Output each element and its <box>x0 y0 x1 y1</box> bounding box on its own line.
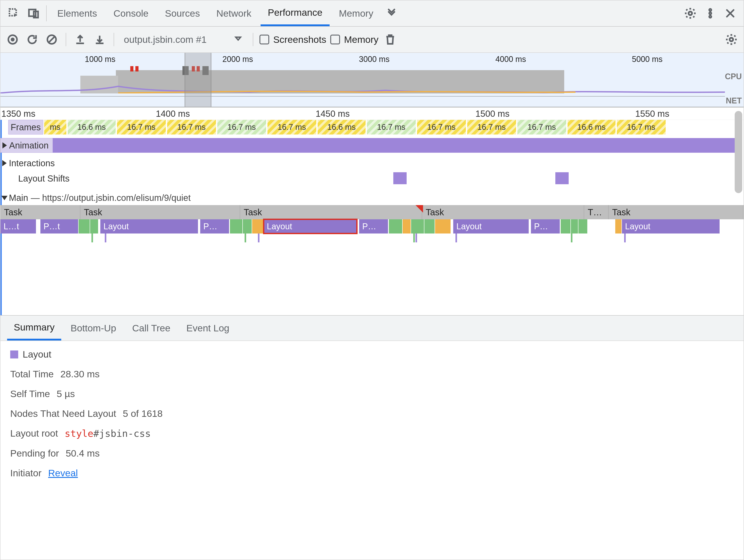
inspect-element-icon[interactable] <box>5 0 23 26</box>
close-devtools-icon[interactable] <box>721 0 739 26</box>
frames-track[interactable]: Frames ms16.6 ms16.7 ms16.7 ms16.7 ms16.… <box>0 120 744 135</box>
script-block[interactable] <box>79 219 90 233</box>
memory-checkbox[interactable]: Memory <box>330 34 378 45</box>
render-block[interactable] <box>252 219 263 233</box>
detail-ruler[interactable]: 1350 ms 1400 ms 1450 ms 1500 ms 1550 ms <box>0 107 744 120</box>
animation-header[interactable]: Animation <box>0 138 53 153</box>
layout-block[interactable]: L…t <box>0 219 36 233</box>
layout-block[interactable]: Layout <box>453 219 529 233</box>
frame-cell[interactable]: ms <box>44 120 66 135</box>
main-track-header[interactable]: Main — https://output.jsbin.com/elisum/9… <box>0 191 744 205</box>
overview-pane[interactable]: 1000 ms 2000 ms 3000 ms 4000 ms 5000 ms … <box>0 53 744 107</box>
frame-cell[interactable]: 16.6 ms <box>68 120 116 135</box>
script-block[interactable] <box>411 219 424 233</box>
event-name: Layout <box>23 349 51 360</box>
net-overview <box>0 96 725 105</box>
flame-ticks <box>0 233 744 244</box>
paint-block[interactable]: P… <box>200 219 229 233</box>
frame-cell[interactable]: 16.7 ms <box>367 120 416 135</box>
device-toolbar-icon[interactable] <box>25 0 43 26</box>
settings-icon[interactable] <box>681 0 699 26</box>
layout-block[interactable]: Layout <box>100 219 198 233</box>
frame-cell[interactable]: 16.6 ms <box>318 120 366 135</box>
task-block[interactable]: Task <box>80 205 240 219</box>
render-block[interactable] <box>435 219 451 233</box>
frame-cell[interactable]: 16.7 ms <box>267 120 316 135</box>
script-block[interactable] <box>561 219 570 233</box>
save-profile-button[interactable] <box>92 32 107 47</box>
task-block[interactable]: Task <box>608 205 744 219</box>
field-key: Nodes That Need Layout <box>10 408 116 419</box>
separator <box>46 5 47 21</box>
task-block[interactable]: Task <box>0 205 80 219</box>
tab-elements[interactable]: Elements <box>50 0 104 26</box>
devtools-window: Elements Console Sources Network Perform… <box>0 0 744 560</box>
layout-block[interactable]: Layout <box>622 219 719 233</box>
net-label: NET <box>726 96 742 105</box>
load-profile-button[interactable] <box>72 32 88 47</box>
script-block[interactable] <box>90 219 98 233</box>
kebab-menu-icon[interactable] <box>701 0 719 26</box>
layout-shifts-track[interactable]: Layout Shifts <box>0 171 744 186</box>
element-tag: style <box>65 428 93 439</box>
task-block[interactable]: Task <box>422 205 584 219</box>
screenshots-checkbox[interactable]: Screenshots <box>259 34 326 45</box>
script-block[interactable] <box>230 219 243 233</box>
reveal-link[interactable]: Reveal <box>48 468 78 479</box>
paint-block[interactable]: P…t <box>40 219 78 233</box>
animation-bar[interactable] <box>0 138 735 153</box>
frame-cell[interactable]: 16.7 ms <box>617 120 666 135</box>
field-value: 50.4 ms <box>66 448 100 459</box>
frame-cell[interactable]: 16.7 ms <box>167 120 216 135</box>
tab-summary[interactable]: Summary <box>7 315 61 340</box>
script-block[interactable] <box>243 219 252 233</box>
layout-block-selected[interactable]: Layout <box>264 219 357 233</box>
interactions-track[interactable]: Interactions <box>0 156 744 171</box>
checkbox-label: Screenshots <box>273 34 326 45</box>
layout-root-link[interactable]: style#jsbin-css <box>65 428 151 439</box>
script-block[interactable] <box>571 219 578 233</box>
task-block[interactable]: Task <box>240 205 422 219</box>
script-block[interactable] <box>579 219 587 233</box>
render-block[interactable] <box>615 219 622 233</box>
script-block[interactable] <box>424 219 435 233</box>
svg-point-10 <box>730 38 733 41</box>
tabs-overflow-icon[interactable] <box>383 0 400 26</box>
frame-cell[interactable]: 16.6 ms <box>567 120 616 135</box>
tab-event-log[interactable]: Event Log <box>180 315 236 340</box>
paint-block[interactable]: P… <box>531 219 560 233</box>
frame-cell[interactable]: 16.7 ms <box>467 120 516 135</box>
animation-track[interactable]: Animation <box>0 138 744 153</box>
frame-cell[interactable]: 16.7 ms <box>517 120 566 135</box>
tab-console[interactable]: Console <box>106 0 156 26</box>
tab-network[interactable]: Network <box>209 0 259 26</box>
svg-point-3 <box>689 11 692 15</box>
flame-chart-pane[interactable]: Frames ms16.6 ms16.7 ms16.7 ms16.7 ms16.… <box>0 120 744 315</box>
render-block[interactable] <box>403 219 411 233</box>
frames-header[interactable]: Frames <box>8 120 43 135</box>
vertical-scrollbar[interactable] <box>735 111 742 193</box>
script-block[interactable] <box>389 219 402 233</box>
tab-performance[interactable]: Performance <box>261 0 329 26</box>
tab-sources[interactable]: Sources <box>158 0 207 26</box>
frame-cell[interactable]: 16.7 ms <box>417 120 466 135</box>
ruler-tick: 1500 ms <box>476 109 509 119</box>
tab-call-tree[interactable]: Call Tree <box>125 315 177 340</box>
paint-block[interactable]: P… <box>359 219 388 233</box>
layout-shift-event[interactable] <box>393 172 407 184</box>
frame-cell[interactable]: 16.7 ms <box>117 120 166 135</box>
record-button[interactable] <box>5 32 21 47</box>
tab-bottom-up[interactable]: Bottom-Up <box>64 315 123 340</box>
dropdown-triangle-icon <box>233 34 243 45</box>
reload-record-button[interactable] <box>25 32 40 47</box>
flame-row: L…t P…t Layout P… Layout P… Layout P… La… <box>0 219 744 233</box>
recording-selector[interactable]: output.jsbin.com #1 <box>120 31 247 48</box>
layout-shift-event[interactable] <box>555 172 569 184</box>
capture-settings-icon[interactable] <box>723 32 739 47</box>
tab-memory[interactable]: Memory <box>332 0 380 26</box>
gc-button[interactable] <box>382 32 398 47</box>
frame-cell[interactable]: 16.7 ms <box>217 120 266 135</box>
pending-row: Pending for 50.4 ms <box>10 448 734 459</box>
clear-button[interactable] <box>44 32 60 47</box>
task-block[interactable]: T… <box>584 205 608 219</box>
